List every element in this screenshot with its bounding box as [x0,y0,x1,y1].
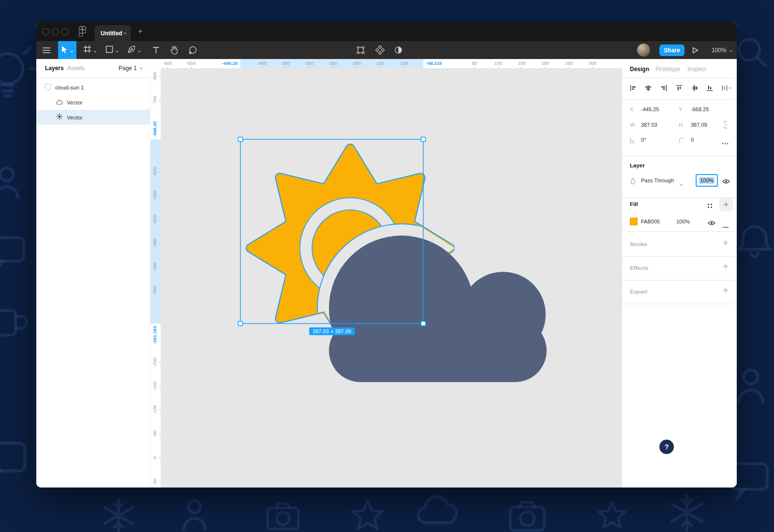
more-options-icon[interactable] [722,138,729,147]
blend-mode-value[interactable]: Pass Through [641,177,674,183]
corner-radius-value[interactable]: 0 [691,137,694,143]
align-top-icon[interactable] [676,85,683,93]
align-bottom-icon[interactable] [706,85,713,93]
component-button[interactable] [372,41,387,59]
tab-assets[interactable]: Assets [67,65,85,72]
zoom-menu[interactable]: 100% [712,41,733,59]
window-close-button[interactable] [42,28,49,35]
resize-handle-ne[interactable] [421,137,426,142]
x-label: X [630,106,633,112]
new-tab-button[interactable]: + [134,26,146,37]
frame-tool-button[interactable] [82,41,98,59]
chevron-down-icon[interactable] [679,179,683,188]
user-avatar[interactable] [637,44,650,57]
edit-object-button[interactable] [353,41,368,59]
layer-name: cloud-sun 1 [55,85,84,90]
help-button[interactable]: ? [659,440,674,454]
present-button[interactable] [692,47,699,56]
tab-layers[interactable]: Layers [45,65,64,72]
add-export-button[interactable] [723,286,729,295]
layer-row-cloud-vector[interactable]: Vector [36,95,150,110]
effects-section-title: Effects [630,265,648,271]
zoom-level-value: 100% [712,47,727,54]
selection-dimensions-badge: 387.03 × 387.09 [309,327,355,335]
export-section-title: Export [630,289,647,295]
cloud-vector[interactable] [329,236,547,382]
chevron-down-icon[interactable] [93,46,97,55]
corner-radius-icon [679,137,685,146]
fill-hex-value[interactable]: FAB005 [641,219,660,224]
window-minimize-button[interactable] [52,28,59,35]
constrain-proportions-icon[interactable] [723,121,729,131]
layer-visibility-eye-icon[interactable] [722,177,730,186]
align-left-icon[interactable] [630,85,637,93]
sun-icon [56,113,63,122]
resize-handle-se[interactable] [421,322,426,326]
rotation-value[interactable]: 0° [641,137,646,143]
main-toolbar: Share 100% [36,41,737,59]
fill-visibility-eye-icon[interactable] [708,219,715,228]
y-value[interactable]: -668.25 [691,106,709,112]
rectangle-tool-button[interactable] [104,41,120,59]
tab-prototype[interactable]: Prototype [655,66,680,73]
layers-panel-header: Layers Assets Page 1 [36,59,150,78]
share-button[interactable]: Share [659,44,685,56]
fill-opacity-value[interactable]: 100% [676,219,690,224]
cloud-icon [56,98,63,107]
chevron-down-icon[interactable] [70,46,74,55]
close-tab-icon[interactable]: × [123,30,127,36]
layer-row-group[interactable]: cloud-sun 1 [36,80,150,95]
text-tool-button[interactable] [149,41,163,59]
page-selector-label: Page 1 [119,65,137,72]
align-right-icon[interactable] [660,85,667,93]
resize-handle-sw[interactable] [238,322,243,326]
canvas[interactable]: 387.03 × 387.09 [161,68,622,488]
hand-tool-button[interactable] [167,41,181,59]
add-effect-button[interactable] [723,263,729,271]
x-value[interactable]: -445.25 [641,106,659,112]
page-selector[interactable]: Page 1 [119,65,143,72]
fill-section-title: Fill [630,201,638,207]
rectangle-tool-icon [105,45,113,55]
frame-icon [45,83,51,92]
h-value[interactable]: 387.09 [691,122,707,128]
file-tab[interactable]: Untitled × [95,25,131,41]
pen-tool-button[interactable] [125,41,143,59]
tab-inspect[interactable]: Inspect [687,66,706,73]
distribute-menu-icon[interactable] [722,85,732,93]
remove-fill-icon[interactable] [723,221,729,230]
comment-tool-button[interactable] [185,41,200,59]
styles-icon[interactable] [707,202,713,210]
window-zoom-button[interactable] [61,28,69,35]
layer-opacity-input[interactable]: 100% [696,174,718,187]
pen-tool-icon [127,45,136,56]
layer-row-sun-vector[interactable]: Vector [36,110,150,125]
h-label: H [679,122,683,128]
add-fill-button[interactable] [719,198,733,211]
move-tool-icon [61,45,68,55]
chevron-down-icon[interactable] [115,46,119,55]
resize-handle-nw[interactable] [238,137,243,142]
align-horizontal-center-icon[interactable] [645,85,652,93]
menu-button[interactable] [40,41,53,59]
horizontal-ruler[interactable]: -600-550-400-350-300-250-200-150-1005010… [161,59,622,68]
vertical-ruler[interactable]: -800-750-600-550-500-450-400-350-200-150… [150,68,161,488]
layer-name: Vector [67,115,83,120]
chevron-down-icon[interactable] [138,46,141,55]
ruler-corner [150,59,161,68]
align-vertical-center-icon[interactable] [692,85,699,93]
file-tab-title: Untitled [101,30,123,37]
artwork [161,68,622,488]
layer-name: Vector [67,100,83,105]
blend-mode-icon [630,177,636,186]
fill-color-swatch[interactable] [630,218,638,225]
y-label: Y [679,106,682,112]
figma-logo-icon [79,26,86,39]
mask-button[interactable] [391,41,405,59]
move-tool-button[interactable] [58,41,76,59]
layers-panel: Layers Assets Page 1 cloud-sun 1 Vector [36,59,150,488]
w-value[interactable]: 387.03 [641,122,657,128]
w-label: W [630,122,635,128]
tab-design[interactable]: Design [630,66,649,73]
add-stroke-button[interactable] [723,239,729,248]
